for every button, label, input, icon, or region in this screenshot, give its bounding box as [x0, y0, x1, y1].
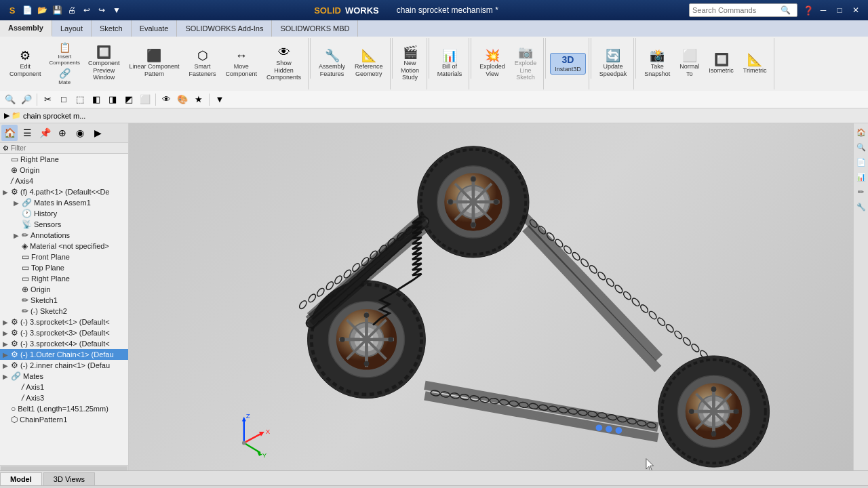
- tree-item-sensors[interactable]: 📡 Sensors: [0, 219, 128, 230]
- view-zoom-btn[interactable]: 🔍: [3, 92, 18, 107]
- minimize-btn[interactable]: ─: [816, 5, 830, 16]
- trimetric-icon: 📐: [747, 54, 762, 66]
- linear-component-btn[interactable]: ⬛ Linear ComponentPattern: [125, 48, 183, 79]
- tree-item-right-plane[interactable]: ▭ Right Plane: [0, 273, 128, 284]
- expand-panel-btn[interactable]: ▶: [90, 125, 106, 141]
- help-btn[interactable]: ❓: [803, 5, 814, 16]
- snapshot-icon: 📸: [650, 49, 665, 62]
- tree-item-mates[interactable]: ▶ 🔗 Mates: [0, 371, 128, 382]
- assembly-features-btn[interactable]: 🔧 AssemblyFeatures: [315, 48, 349, 79]
- tree-item-origin2[interactable]: ⊕ Origin: [0, 284, 128, 295]
- tree-item-axis1[interactable]: / Axis1: [0, 382, 128, 392]
- tree-item-axis3[interactable]: / Axis3: [0, 392, 128, 403]
- tab-layout[interactable]: Layout: [52, 20, 92, 37]
- tree-item-annotations[interactable]: ▶ ✏ Annotations: [0, 230, 128, 241]
- tree-item-sketch1[interactable]: ✏ Sketch1: [0, 295, 128, 306]
- home-view-btn[interactable]: 🏠: [1, 125, 18, 141]
- mate-btn[interactable]: 🔗 Mate: [47, 67, 83, 86]
- solidworks-logo[interactable]: S: [5, 3, 19, 17]
- feature-tree-btn[interactable]: ☰: [19, 125, 35, 141]
- right-home-btn[interactable]: 🏠: [855, 126, 867, 138]
- tree-item-chain-pattern[interactable]: ⬡ ChainPattern1: [0, 414, 128, 425]
- explode-line-btn[interactable]: 📷 ExplodeLineSketch: [511, 45, 541, 83]
- maximize-btn[interactable]: □: [833, 5, 846, 16]
- tab-sketch[interactable]: Sketch: [92, 20, 132, 37]
- tree-item-belt1[interactable]: ○ Belt1 (Length=1451.25mm): [0, 403, 128, 414]
- svg-point-57: [325, 281, 334, 291]
- horizontal-scrollbar[interactable]: [0, 465, 128, 470]
- right-chart-btn[interactable]: 📊: [855, 171, 867, 183]
- right-settings-btn[interactable]: 🔧: [855, 201, 867, 213]
- redo-btn[interactable]: ↪: [95, 3, 108, 17]
- config-manager-btn[interactable]: ⊕: [54, 125, 71, 141]
- trimetric-btn[interactable]: 📐 Trimetric: [739, 52, 771, 76]
- tab-evaluate[interactable]: Evaluate: [132, 20, 178, 37]
- view-right-btn[interactable]: ◨: [105, 92, 120, 107]
- scene-btn[interactable]: ★: [191, 92, 206, 107]
- new-motion-study-btn[interactable]: 🎬 NewMotionStudy: [397, 45, 424, 83]
- reference-geometry-btn[interactable]: 📐 ReferenceGeometry: [351, 48, 387, 79]
- tab-addins[interactable]: SOLIDWORKS Add-Ins: [177, 20, 272, 37]
- tree-item-sprocket1[interactable]: ▶ ⚙ (-) 3.sprocket<1> (Default<: [0, 317, 128, 327]
- tree-item-material[interactable]: ◈ Material <not specified>: [0, 241, 128, 251]
- smart-fasteners-btn[interactable]: ⬡ SmartFasteners: [184, 48, 220, 79]
- view-cube-btn[interactable]: □: [56, 92, 71, 107]
- tree-item-top-plane[interactable]: ▭ Top Plane: [0, 262, 128, 273]
- view-orient-btn[interactable]: ⬚: [73, 92, 87, 107]
- undo-btn[interactable]: ↩: [80, 3, 94, 17]
- tree-item-axis4[interactable]: / Axis4: [0, 176, 128, 186]
- view-display-btn[interactable]: ⬜: [138, 92, 153, 107]
- display-manager-btn[interactable]: ◉: [72, 125, 88, 141]
- right-edit-btn[interactable]: ✏: [855, 186, 867, 198]
- tree-item-mates-in-assem1[interactable]: ▶ 🔗 Mates in Assem1: [0, 197, 128, 208]
- view-left-btn[interactable]: ◧: [89, 92, 104, 107]
- isometric-btn[interactable]: 🔲 Isometric: [705, 52, 738, 76]
- tree-item-right-plane-top[interactable]: ▭ Right Plane: [0, 154, 128, 165]
- view-split-btn[interactable]: ◩: [121, 92, 136, 107]
- right-zoom-btn[interactable]: 🔍: [855, 141, 867, 153]
- tree-item-inner-chain[interactable]: ▶ ⚙ (-) 2.inner chain<1> (Defau: [0, 360, 128, 371]
- tree-item-history[interactable]: 🕐 History: [0, 208, 128, 219]
- options-btn[interactable]: ▼: [110, 3, 123, 17]
- tree-item-sprocket4[interactable]: ▶ ⚙ (-) 3.sprocket<4> (Default<: [0, 338, 128, 349]
- instant3d-btn[interactable]: 3D Instant3D: [550, 53, 586, 75]
- normal-to-btn[interactable]: ⬜ NormalTo: [675, 48, 703, 79]
- tab-3d-views[interactable]: 3D Views: [43, 472, 95, 485]
- bill-of-materials-btn[interactable]: 📊 Bill ofMaterials: [433, 48, 467, 79]
- viewport[interactable]: Z X Y: [129, 123, 853, 470]
- search-box[interactable]: 🔍: [689, 3, 797, 17]
- svg-point-73: [597, 270, 607, 281]
- open-file-btn[interactable]: 📂: [35, 3, 49, 17]
- exploded-view-btn[interactable]: 💥 ExplodedView: [475, 48, 509, 79]
- save-btn[interactable]: 💾: [50, 3, 64, 17]
- tab-mbd[interactable]: SOLIDWORKS MBD: [272, 20, 358, 37]
- close-btn[interactable]: ✕: [849, 5, 863, 16]
- search-input[interactable]: [692, 6, 781, 14]
- view-zoom2-btn[interactable]: 🔎: [19, 92, 34, 107]
- component-preview-btn[interactable]: 🔲 ComponentPreviewWindow: [84, 45, 124, 83]
- tree-item-sprocket3[interactable]: ▶ ⚙ (-) 3.sprocket<3> (Default<: [0, 327, 128, 338]
- print-btn[interactable]: 🖨: [65, 3, 79, 17]
- tab-model[interactable]: Model: [0, 472, 42, 485]
- show-hidden-btn[interactable]: 👁 ShowHiddenComponents: [262, 45, 305, 83]
- property-manager-btn[interactable]: 📌: [37, 125, 53, 141]
- render-btn[interactable]: 👁: [159, 92, 174, 107]
- tree-item-outer-chain[interactable]: ▶ ⚙ (-) 1.Outer Chain<1> (Defau: [0, 349, 128, 360]
- tree-item-path1[interactable]: ▶ ⚙ (f) 4.path<1> (Default<<De: [0, 186, 128, 197]
- tree-item-front-plane[interactable]: ▭ Front Plane: [0, 251, 128, 262]
- new-file-btn[interactable]: 📄: [20, 3, 34, 17]
- tree-item-origin[interactable]: ⊕ Origin: [0, 165, 128, 176]
- take-snapshot-btn[interactable]: 📸 TakeSnapshot: [640, 48, 674, 79]
- hide-toolbar-btn[interactable]: ▼: [212, 92, 227, 107]
- svg-point-71: [580, 258, 590, 268]
- appearances-btn[interactable]: 🎨: [175, 92, 190, 107]
- tab-assembly[interactable]: Assembly: [0, 20, 52, 37]
- move-component-btn[interactable]: ↔ MoveComponent: [222, 48, 262, 79]
- feature-tree[interactable]: ▭ Right Plane ⊕ Origin / Axis4 ▶ ⚙ (f) 4…: [0, 154, 128, 465]
- section-view-btn[interactable]: ✂: [40, 92, 55, 107]
- edit-component-btn[interactable]: ⚙ EditComponent: [5, 48, 45, 79]
- insert-components-btn[interactable]: 📋 InsertComponents: [47, 41, 83, 66]
- right-doc-btn[interactable]: 📄: [855, 156, 867, 168]
- update-speedpak-btn[interactable]: 🔄 UpdateSpeedpak: [595, 48, 631, 79]
- tree-item-sketch2[interactable]: ✏ (-) Sketch2: [0, 306, 128, 317]
